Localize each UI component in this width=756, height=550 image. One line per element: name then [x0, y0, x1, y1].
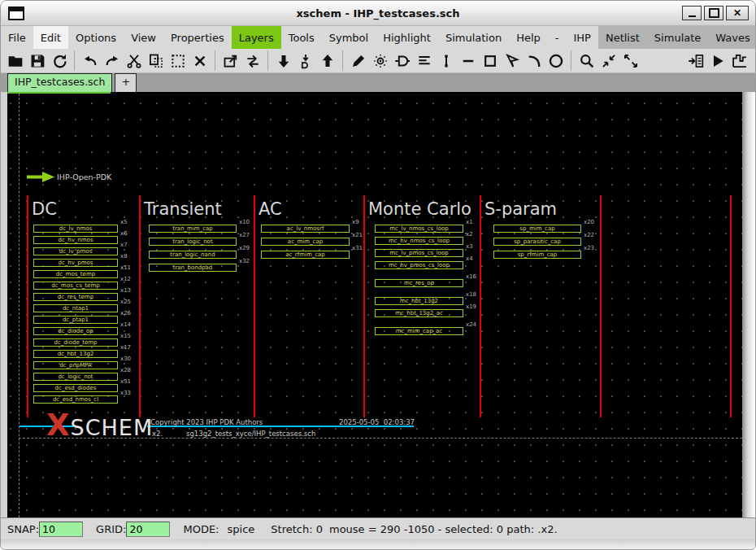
- testcase-tran_logic_not[interactable]: tran_logic_notx27: [149, 238, 237, 246]
- testcase-sp_mim_cap[interactable]: sp_mim_capx20: [493, 225, 581, 233]
- column-transient: Transienttran_mim_capx10tran_logic_notx2…: [139, 195, 253, 277]
- arrow-up-icon[interactable]: [316, 50, 338, 71]
- menu-item-options[interactable]: Options: [68, 26, 124, 49]
- testcase-ac_lv_nmosrf[interactable]: ac_lv_nmosrfx9: [261, 225, 350, 233]
- wire-icon[interactable]: [435, 50, 457, 71]
- arc-icon[interactable]: [523, 50, 545, 71]
- testcase-group: mc_mim_cap_acx24: [363, 327, 479, 335]
- testcase-dc_diode_op[interactable]: dc_diode_opx14: [33, 327, 118, 335]
- testcase-label: dc_hv_pmos: [58, 260, 93, 266]
- page-boundary-vertical: [19, 94, 20, 517]
- column-separator-line: [600, 195, 602, 417]
- testcase-sp_parasitic_cap[interactable]: sp_parasitic_capx22: [493, 238, 581, 246]
- undo-icon[interactable]: [79, 50, 101, 71]
- testcase-dc_hbt_13g2[interactable]: dc_hbt_13g2x17: [33, 350, 118, 358]
- grid-input[interactable]: [126, 522, 170, 537]
- menu-item-edit[interactable]: Edit: [33, 26, 68, 49]
- menu-item-netlist[interactable]: Netlist: [598, 26, 647, 49]
- minimize-button[interactable]: [682, 6, 702, 20]
- testcase-dc_diode_temp[interactable]: dc_diode_tempx15: [33, 338, 118, 347]
- descend-symbol-icon[interactable]: [219, 50, 241, 71]
- menu-item-properties[interactable]: Properties: [163, 26, 232, 49]
- swap-views-icon[interactable]: [241, 50, 263, 71]
- new-tab-button[interactable]: +: [115, 73, 137, 92]
- instance-ref: x30: [120, 356, 131, 362]
- brightness-icon[interactable]: [369, 50, 391, 71]
- testcase-dc_ptap1[interactable]: dc_ptap1x26: [33, 316, 118, 324]
- sheet-path-text: sg13g2_tests_xyce/IHP_testcases.sch: [186, 430, 315, 438]
- schematic-canvas[interactable]: IHP-Open-PDK Copyright 2023 IHP PDK Auth…: [7, 92, 742, 517]
- testcase-mc_hbt_13g2_ac[interactable]: mc_hbt_13g2_acx19: [375, 309, 463, 317]
- menu-item-waves[interactable]: Waves: [708, 26, 756, 49]
- testcase-dc_ntap1[interactable]: dc_ntap1x25: [33, 304, 118, 312]
- reload-icon[interactable]: [48, 50, 70, 71]
- maximize-button[interactable]: [704, 6, 723, 20]
- testcase-mc_mim_cap_ac[interactable]: mc_mim_cap_acx24: [375, 327, 463, 335]
- instance-ref: x29: [239, 245, 250, 251]
- testcase-dc_lv_pmos[interactable]: dc_lv_pmosx7: [33, 247, 118, 255]
- testcase-dc_esd_nmos_cl[interactable]: dc_esd_nmos_clx33: [33, 395, 118, 404]
- zoom-expand-icon[interactable]: [619, 50, 641, 71]
- testcase-dc_lv_nmos[interactable]: dc_lv_nmosx5: [33, 225, 118, 233]
- insert-symbol-icon[interactable]: [294, 50, 316, 71]
- menu-item-ihp[interactable]: IHP: [566, 26, 597, 49]
- arrow-down-icon[interactable]: [272, 50, 294, 71]
- pencil-icon[interactable]: [347, 50, 369, 71]
- line-icon[interactable]: [457, 50, 479, 71]
- testcase-label: dc_res_temp: [58, 295, 93, 300]
- menu-item-view[interactable]: View: [124, 26, 163, 49]
- polygon-icon[interactable]: [501, 50, 523, 71]
- rectangle-icon[interactable]: [479, 50, 501, 71]
- waves-icon[interactable]: [728, 50, 750, 71]
- menu-item-simulate[interactable]: Simulate: [647, 26, 708, 49]
- testcase-dc_esd_diodes[interactable]: dc_esd_diodesx31: [33, 384, 118, 392]
- search-icon[interactable]: [576, 50, 597, 71]
- testcase-dc_mos_temp[interactable]: dc_mos_tempx11: [33, 270, 118, 278]
- testcase-tran_bondpad[interactable]: tran_bondpadx32: [149, 264, 237, 272]
- tab-ihp-testcases[interactable]: IHP_testcases.sch: [7, 73, 112, 92]
- folder-open-icon[interactable]: [4, 50, 26, 71]
- menu-item-symbol[interactable]: Symbol: [322, 26, 376, 49]
- text-lines-icon[interactable]: [413, 50, 435, 71]
- testcase-dc_res_temp[interactable]: dc_res_tempx13: [33, 293, 118, 301]
- testcase-dc_mos_cs_temp[interactable]: dc_mos_cs_tempx12: [33, 282, 118, 290]
- testcase-mc_hbt_13g2[interactable]: mc_hbt_13g2x18: [375, 297, 463, 305]
- testcase-tran_mim_cap[interactable]: tran_mim_capx10: [149, 225, 237, 233]
- testcase-dc_hv_nmos[interactable]: dc_hv_nmosx6: [33, 236, 118, 244]
- testcase-mc_res_op[interactable]: mc_res_opx16: [375, 279, 463, 287]
- netlist-icon[interactable]: [684, 50, 706, 71]
- simulate-run-icon[interactable]: [706, 50, 728, 71]
- cut-icon[interactable]: [123, 50, 145, 71]
- testcase-ac_mim_cap[interactable]: ac_mim_capx21: [261, 238, 350, 246]
- zoom-collapse-icon[interactable]: [597, 50, 619, 71]
- menu-item-help[interactable]: Help: [509, 26, 548, 49]
- menu-item-dash[interactable]: -: [548, 26, 567, 49]
- testcase-sp_rfmim_cap[interactable]: sp_rfmim_capx23: [493, 251, 581, 259]
- logic-gate-icon[interactable]: [391, 50, 413, 71]
- menu-item-highlight[interactable]: Highlight: [376, 26, 438, 49]
- testcase-label: tran_logic_nand: [170, 252, 215, 258]
- testcase-mc_lv_pmos_cs_loop[interactable]: mc_lv_pmos_cs_loopx3: [375, 249, 463, 257]
- delete-icon[interactable]: [189, 50, 211, 71]
- testcase-tran_logic_nand[interactable]: tran_logic_nandx29: [149, 251, 237, 259]
- menu-item-layers[interactable]: Layers: [232, 26, 281, 49]
- testcase-label: dc_hv_nmos: [58, 238, 93, 243]
- testcase-dc_hv_pmos[interactable]: dc_hv_pmosx8: [33, 259, 118, 267]
- close-button[interactable]: ✕: [726, 6, 749, 20]
- testcase-mc_hv_pmos_cs_loop[interactable]: mc_hv_pmos_cs_loopx4: [375, 261, 463, 269]
- menu-item-file[interactable]: File: [1, 26, 33, 49]
- testcase-dc_logic_not[interactable]: dc_logic_notx28: [33, 373, 118, 381]
- column-title: DC: [32, 199, 139, 219]
- menu-item-simulation[interactable]: Simulation: [438, 26, 509, 49]
- redo-icon[interactable]: [101, 50, 123, 71]
- testcase-mc_hv_nmos_cs_loop[interactable]: mc_hv_nmos_cs_loopx2: [375, 237, 463, 245]
- testcase-dc_pnpMPA[interactable]: dc_pnpMPAx30: [33, 361, 118, 369]
- testcase-ac_rfmim_cap[interactable]: ac_rfmim_capx31: [261, 251, 350, 259]
- menu-item-tools[interactable]: Tools: [281, 26, 322, 49]
- paste-icon[interactable]: [167, 50, 189, 71]
- copy-icon[interactable]: [145, 50, 167, 71]
- save-icon[interactable]: [26, 50, 48, 71]
- snap-input[interactable]: [39, 522, 83, 537]
- circle-icon[interactable]: [545, 50, 567, 71]
- testcase-mc_lv_nmos_cs_loop[interactable]: mc_lv_nmos_cs_loopx1: [375, 225, 463, 233]
